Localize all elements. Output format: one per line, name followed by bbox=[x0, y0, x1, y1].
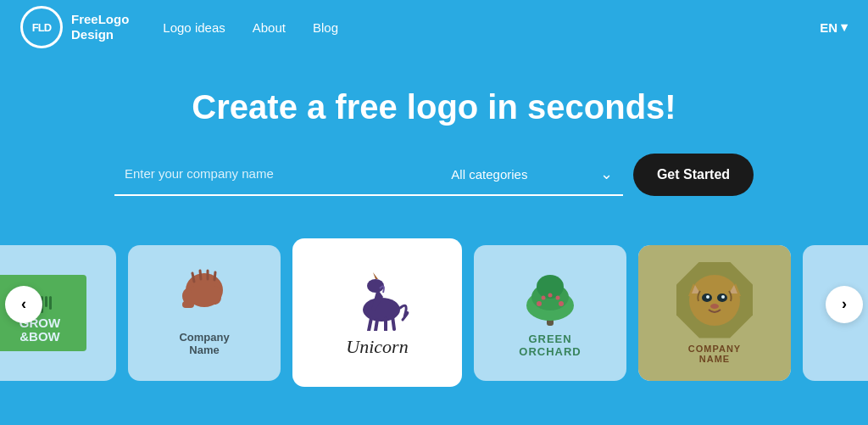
get-started-button[interactable]: Get Started bbox=[633, 154, 754, 196]
orchard-tree-icon bbox=[520, 268, 580, 327]
chevron-down-icon: ⌄ bbox=[600, 165, 613, 183]
svg-point-23 bbox=[555, 295, 559, 299]
hero-title: Create a free logo in seconds! bbox=[17, 88, 851, 126]
grass-line bbox=[45, 296, 47, 307]
carousel-card-orchard[interactable]: GREENORCHARD bbox=[474, 245, 626, 381]
nav-link-logo-ideas[interactable]: Logo ideas bbox=[163, 20, 225, 35]
fist-icon bbox=[179, 269, 230, 324]
tiger-icon bbox=[685, 271, 744, 330]
svg-point-20 bbox=[537, 301, 542, 306]
nav-links: Logo ideas About Blog bbox=[163, 20, 820, 35]
svg-point-8 bbox=[363, 298, 400, 322]
svg-point-21 bbox=[559, 301, 564, 306]
carousel-next-button[interactable]: › bbox=[826, 286, 863, 323]
category-label: All categories bbox=[379, 167, 600, 182]
logo-name-line1: FreeLogo bbox=[71, 12, 129, 27]
svg-point-34 bbox=[710, 304, 719, 309]
svg-rect-7 bbox=[182, 301, 194, 308]
orchard-brand-text: GREENORCHARD bbox=[519, 333, 581, 358]
unicorn-brand-text: Unicorn bbox=[346, 336, 408, 358]
brand-logo[interactable]: FLD FreeLogo Design bbox=[20, 6, 129, 48]
svg-line-3 bbox=[200, 271, 201, 279]
company-name-input[interactable] bbox=[114, 154, 369, 196]
lang-chevron-icon: ▾ bbox=[841, 20, 848, 35]
svg-line-15 bbox=[392, 316, 394, 329]
unicorn-logo-wrap: Unicorn bbox=[339, 267, 415, 358]
grass-line bbox=[49, 296, 52, 310]
logo-initials: FLD bbox=[32, 21, 51, 34]
svg-line-5 bbox=[214, 272, 215, 280]
navbar: FLD FreeLogo Design Logo ideas About Blo… bbox=[0, 0, 868, 54]
svg-line-13 bbox=[376, 320, 377, 331]
svg-line-12 bbox=[369, 318, 371, 331]
svg-point-22 bbox=[541, 295, 545, 299]
svg-point-24 bbox=[548, 293, 552, 297]
category-dropdown[interactable]: All categories ⌄ bbox=[369, 154, 623, 196]
carousel-card-tiger[interactable]: COMPANYNAME bbox=[638, 245, 791, 381]
carousel-prev-button[interactable]: ‹ bbox=[5, 286, 42, 323]
logo-circle: FLD bbox=[20, 6, 63, 48]
logo-carousel: ‹ GROW&BOW bbox=[0, 221, 868, 387]
nav-link-blog[interactable]: Blog bbox=[313, 20, 338, 35]
logo-text: FreeLogo Design bbox=[71, 12, 129, 42]
fist-logo-wrap: CompanyName bbox=[179, 269, 230, 356]
unicorn-icon bbox=[339, 267, 415, 331]
nav-link-about[interactable]: About bbox=[253, 20, 286, 35]
search-bar: All categories ⌄ Get Started bbox=[103, 154, 765, 196]
logo-name-line2: Design bbox=[71, 27, 129, 42]
svg-line-2 bbox=[192, 273, 194, 282]
svg-point-32 bbox=[706, 295, 709, 299]
fist-brand-text: CompanyName bbox=[179, 331, 229, 356]
tiger-card-bg: COMPANYNAME bbox=[638, 245, 791, 381]
svg-point-10 bbox=[367, 279, 384, 293]
carousel-card-unicorn[interactable]: Unicorn bbox=[292, 238, 462, 387]
svg-point-33 bbox=[721, 295, 725, 299]
carousel-card-fist[interactable]: CompanyName bbox=[128, 245, 281, 381]
tiger-octagon bbox=[676, 262, 753, 338]
hero-section: Create a free logo in seconds! All categ… bbox=[0, 54, 868, 221]
tiger-brand-text: COMPANYNAME bbox=[688, 344, 741, 364]
orchard-logo-wrap: GREENORCHARD bbox=[519, 268, 581, 358]
language-label: EN bbox=[820, 20, 837, 35]
svg-point-25 bbox=[689, 275, 740, 326]
language-selector[interactable]: EN ▾ bbox=[820, 20, 848, 35]
svg-marker-11 bbox=[373, 272, 378, 279]
carousel-track: GROW&BOW CompanyName bbox=[0, 238, 868, 387]
